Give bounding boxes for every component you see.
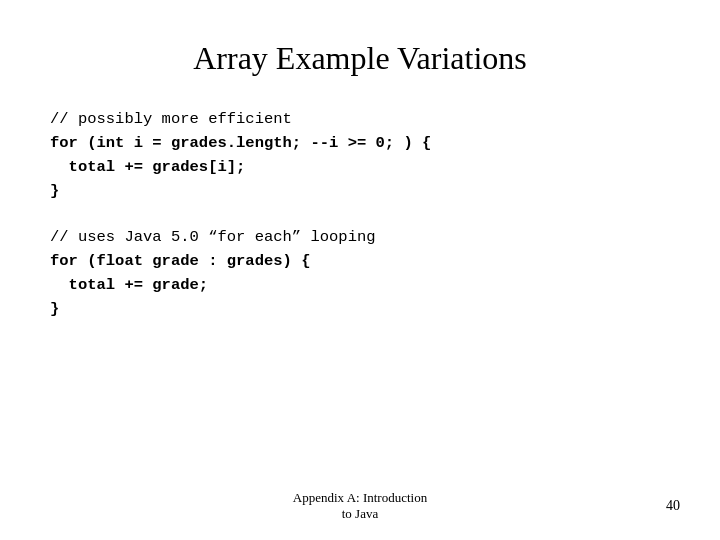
code-line-5: total += grade; [50, 273, 680, 297]
footer-page-number: 40 [666, 498, 680, 514]
code-line-2: total += grades[i]; [50, 155, 680, 179]
slide-container: Array Example Variations // possibly mor… [0, 0, 720, 540]
code-block: // possibly more efficient for (int i = … [50, 107, 680, 343]
code-line-4: for (float grade : grades) { [50, 249, 680, 273]
code-section-1: // possibly more efficient for (int i = … [50, 107, 680, 203]
code-line-1: for (int i = grades.length; --i >= 0; ) … [50, 131, 680, 155]
footer-text: Appendix A: Introductionto Java [293, 490, 427, 522]
code-line-6: } [50, 297, 680, 321]
slide-title: Array Example Variations [40, 40, 680, 77]
comment-1: // possibly more efficient [50, 107, 680, 131]
code-line-3: } [50, 179, 680, 203]
footer: Appendix A: Introductionto Java 40 [0, 490, 720, 522]
comment-2: // uses Java 5.0 “for each” looping [50, 225, 680, 249]
code-section-2: // uses Java 5.0 “for each” looping for … [50, 225, 680, 321]
